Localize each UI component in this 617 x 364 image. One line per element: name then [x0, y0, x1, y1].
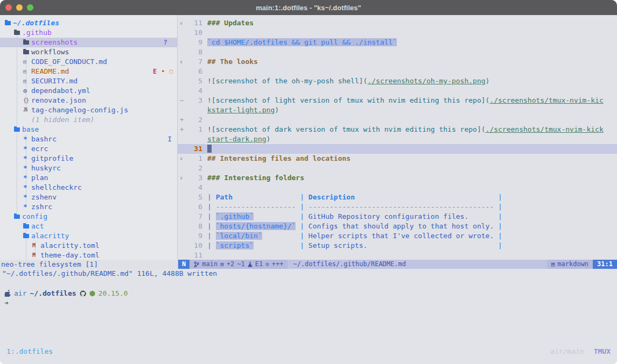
tree-item-label: screenshots — [31, 38, 78, 47]
editor-line[interactable]: ∨11### Updates — [178, 18, 617, 28]
gutter-space — [178, 86, 186, 96]
tree-item-alacritty[interactable]: alacritty — [0, 231, 177, 241]
tree-item-huskyrc[interactable]: *huskyrc — [0, 163, 177, 173]
tree-item-alacritty.toml[interactable]: Malacritty.toml — [0, 241, 177, 251]
tree-item-zshrc[interactable]: *zshrc — [0, 202, 177, 212]
tree-item-screenshots[interactable]: screenshots? — [0, 38, 177, 47]
editor-pane[interactable]: ∨11### Updates109`cd $HOME/.dotfiles && … — [178, 15, 617, 260]
close-button[interactable] — [5, 4, 12, 11]
editor-line[interactable]: ∨3### Interesting folders — [178, 173, 617, 183]
editor-line[interactable]: 6 — [178, 67, 617, 76]
editor-line[interactable]: 31 — [178, 144, 617, 154]
statusline-extra: +++ — [272, 260, 284, 269]
line-number: 5 — [186, 76, 202, 86]
file-tree: ~/.dotfiles.githubscreenshots?workflows▤… — [0, 18, 177, 260]
editor-line[interactable]: 5![screenshot of the oh-my-posh shell](.… — [178, 76, 617, 86]
tree-item-dependabot.yml[interactable]: ⚙dependabot.yml — [0, 86, 177, 96]
folder-icon — [14, 31, 22, 35]
shell-prompt: air ~/.dotfiles 20.15.0 — [0, 288, 617, 298]
tree-item-plan[interactable]: *plan — [0, 173, 177, 183]
tree-item-config[interactable]: config — [0, 212, 177, 222]
prompt-host: air — [14, 289, 26, 297]
tree-item-label: ecrc — [31, 144, 48, 154]
prompt-arrow[interactable]: ➜ — [0, 298, 617, 308]
tree-item-readme.md[interactable]: ▤README.mdE•▢ — [0, 67, 177, 76]
line-text — [202, 67, 207, 76]
editor-line[interactable]: start-dark.png) — [178, 134, 617, 144]
editor-line[interactable]: +1![screenshot of dark version of tmux w… — [178, 125, 617, 134]
gutter-space — [178, 183, 186, 192]
tree-item-bashrc[interactable]: *bashrcI — [0, 134, 177, 144]
tree-item-act[interactable]: act — [0, 222, 177, 231]
editor-line[interactable]: 4 — [178, 183, 617, 192]
titlebar[interactable]: main:1:.dotfiles - "ks~/.dotfiles" — [0, 0, 617, 15]
minimize-button[interactable] — [16, 4, 23, 11]
tree-item-tag-changelog-config.js[interactable]: JStag-changelog-config.js — [0, 105, 177, 115]
editor-line[interactable]: 10| `scripts` | Setup scripts. | — [178, 241, 617, 251]
tree-item-.github[interactable]: .github — [0, 28, 177, 38]
node-icon — [89, 290, 95, 297]
tree-item-theme-day.toml[interactable]: Mtheme-day.toml — [0, 251, 177, 260]
line-text — [202, 28, 207, 38]
gutter-space — [178, 47, 186, 57]
tree-item-renovate.json[interactable]: {}renovate.json — [0, 96, 177, 105]
editor-line[interactable]: 9`cd $HOME/.dotfiles && git pull && ./in… — [178, 38, 617, 47]
markdown-icon: ▤ — [551, 260, 555, 269]
gutter-space — [178, 67, 186, 76]
diff-changed: ~1 — [237, 260, 244, 269]
line-text: `cd $HOME/.dotfiles && git pull && ./ins… — [202, 38, 397, 47]
command-line-message: "~/.dotfiles/.github/README.md" 116L, 44… — [0, 269, 617, 279]
editor-line[interactable]: 6| ------------------- | ---------------… — [178, 202, 617, 212]
editor-line[interactable]: 8 — [178, 47, 617, 57]
editor-line[interactable]: 5| Path | Description | — [178, 192, 617, 202]
editor-line[interactable]: 8| `hosts/{hostname}/` | Configs that sh… — [178, 222, 617, 231]
tree-item-workflows[interactable]: workflows — [0, 47, 177, 57]
editor-line[interactable]: 4 — [178, 86, 617, 96]
tree-item-label: zshrc — [31, 202, 52, 212]
zoom-button[interactable] — [27, 4, 33, 11]
line-text — [202, 163, 207, 173]
editor-line[interactable]: 2 — [178, 163, 617, 173]
editor-line[interactable]: kstart-light.png) — [178, 105, 617, 115]
editor-line[interactable]: ∨1## Interesting files and locations — [178, 154, 617, 163]
tree-item-zshenv[interactable]: *zshenv — [0, 192, 177, 202]
fold-marker-icon[interactable]: ∨ — [178, 57, 186, 67]
editor-buffer: ∨11### Updates109`cd $HOME/.dotfiles && … — [178, 18, 617, 260]
gutter-space — [178, 105, 186, 115]
fold-marker-icon[interactable]: ∨ — [178, 18, 186, 28]
window-title: main:1:.dotfiles - "ks~/.dotfiles" — [0, 4, 617, 12]
editor-line[interactable]: 7| `.github` | GitHub Repository configu… — [178, 212, 617, 222]
tree-item-gitprofile[interactable]: *gitprofile — [0, 154, 177, 163]
git-flag: ▢ — [169, 67, 173, 76]
line-text: ## Interesting files and locations — [202, 154, 350, 163]
line-number: 5 — [186, 192, 202, 202]
tmux-window-item[interactable]: 1:.dotfiles — [6, 347, 53, 355]
fold-marker-icon[interactable]: ∨ — [178, 173, 186, 183]
prompt-cwd: ~/.dotfiles — [30, 289, 76, 297]
editor-line[interactable]: 9| `local/bin` | Helper scripts that I'v… — [178, 231, 617, 241]
tree-item-ecrc[interactable]: *ecrc — [0, 144, 177, 154]
editor-line[interactable]: ~3![screenshot of light version of tmux … — [178, 96, 617, 105]
tree-item-label: alacritty.toml — [40, 241, 100, 251]
folder-icon — [23, 234, 31, 238]
fold-marker-icon[interactable]: ∨ — [178, 154, 186, 163]
editor-line[interactable]: 11 — [178, 251, 617, 260]
tree-item-base[interactable]: base — [0, 125, 177, 134]
line-text: | `.github` | GitHub Repository configur… — [202, 212, 502, 222]
tree-item-label: huskyrc — [31, 163, 61, 173]
editor-line[interactable]: ∨7## The looks — [178, 57, 617, 67]
md-icon: ▤ — [23, 67, 31, 76]
line-number: 8 — [186, 47, 202, 57]
gutter-space — [178, 28, 186, 38]
line-number: 10 — [186, 28, 202, 38]
tree-item-shellcheckrc[interactable]: *shellcheckrc — [0, 183, 177, 192]
editor-line[interactable]: 10 — [178, 28, 617, 38]
tree-item--.dotfiles[interactable]: ~/.dotfiles — [0, 18, 177, 28]
tree-item-label: shellcheckrc — [31, 183, 82, 192]
tree-item-label: dependabot.yml — [31, 86, 90, 96]
editor-line[interactable]: +2 — [178, 115, 617, 125]
tree-item-security.md[interactable]: ▤SECURITY.md — [0, 76, 177, 86]
tree-item-code-of-conduct.md[interactable]: ▤CODE_OF_CONDUCT.md — [0, 57, 177, 67]
tree-item--1-hidden-item-[interactable]: (1 hidden item) — [0, 115, 177, 125]
folder-icon — [23, 50, 31, 54]
